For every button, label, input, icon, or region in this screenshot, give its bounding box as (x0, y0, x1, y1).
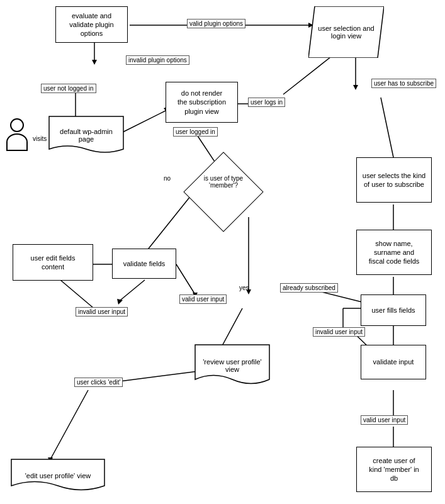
user-edit-fields-node: user edit fields content (13, 244, 93, 281)
diagram: visits evaluate and validate plugin opti… (0, 0, 445, 504)
user-fills-fields-node: user fills fields (361, 294, 426, 326)
visits-label: visits (33, 135, 47, 142)
validate-fields-node: validate fields (112, 249, 176, 279)
edit-user-profile-node: 'edit user profile' view (11, 459, 104, 497)
svg-line-44 (110, 371, 198, 383)
review-user-profile-node: 'review user profile' view (195, 345, 269, 391)
no-label: no (164, 175, 171, 182)
user-selection-login-node: user selection and login view (308, 6, 384, 59)
valid-user-input-right-label: valid user input (361, 415, 408, 425)
svg-line-34 (57, 277, 98, 311)
svg-line-32 (120, 280, 145, 301)
user-logged-in-label: user logged in (173, 127, 218, 137)
default-wpadmin-svg: default wp-admin page (49, 116, 123, 159)
show-name-surname-node: show name, surname and fiscal code field… (356, 230, 432, 275)
default-wpadmin-node: default wp-admin page (49, 116, 123, 160)
user-clicks-edit-label: user clicks 'edit' (74, 378, 123, 387)
evaluate-node: evaluate and validate plugin options (55, 6, 128, 43)
is-member-diamond-container: is user of type 'member'? (194, 162, 254, 222)
svg-line-36 (220, 308, 242, 349)
already-subscribed-label: already subscribed (280, 283, 338, 293)
valid-plugin-options-label: valid plugin options (187, 19, 245, 28)
svg-line-8 (123, 110, 167, 132)
user-selection-svg: user selection and login view (308, 6, 384, 58)
yes-label: yes (239, 284, 249, 291)
svg-line-30 (176, 264, 195, 294)
review-user-profile-svg: 'review user profile' view (195, 345, 269, 390)
invalid-plugin-options-label: invalid plugin options (126, 55, 189, 65)
do-not-render-node: do not render the subscription plugin vi… (166, 82, 238, 123)
edit-user-profile-svg: 'edit user profile' view (11, 459, 104, 496)
invalid-user-input-left-label: invalid user input (76, 307, 128, 316)
svg-marker-7 (353, 85, 358, 90)
person-icon (6, 118, 28, 151)
user-has-to-subscribe-label: user has to subscribe (371, 79, 436, 88)
svg-marker-33 (117, 299, 123, 305)
user-selects-kind-node: user selects the kind of user to subscri… (356, 157, 432, 203)
svg-line-18 (381, 98, 393, 157)
svg-line-46 (50, 390, 88, 459)
user-logs-in-label: user logs in (248, 98, 285, 107)
svg-marker-5 (92, 60, 97, 65)
user-not-logged-in-label: user not logged in (41, 84, 96, 93)
invalid-user-input-right-label: invalid user input (313, 327, 365, 337)
validate-input-node: validate input (361, 345, 426, 379)
create-user-member-node: create user of kind 'member' in db (356, 447, 432, 492)
valid-user-input-label: valid user input (179, 294, 227, 304)
